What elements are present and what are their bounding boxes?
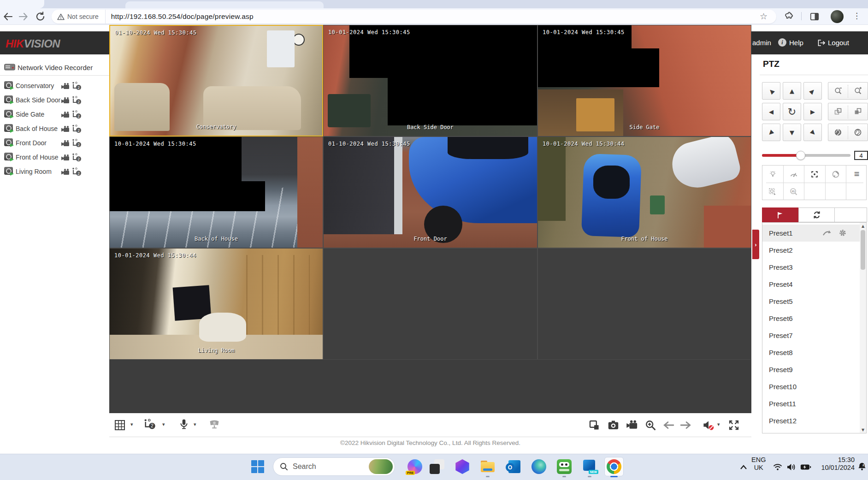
preset-scrollbar[interactable]: ▲ ▼	[860, 223, 866, 433]
preset-name[interactable]: Preset4	[769, 280, 793, 288]
preset-name[interactable]: Preset8	[769, 349, 793, 356]
video-tile-back-side-door[interactable]: 10-01-2024 Wed 15:30:45 Back Side Door	[323, 25, 537, 136]
help-link[interactable]: Help	[789, 39, 803, 47]
stream-type-toolbar-icon[interactable]: 2	[144, 419, 156, 430]
preset-name[interactable]: Preset9	[769, 366, 793, 373]
preset-name[interactable]: Preset7	[769, 332, 793, 339]
sidebar-item-front-of-house[interactable]: Front of House 2	[0, 151, 109, 164]
preset-name[interactable]: Preset10	[769, 383, 797, 391]
live-view-icon[interactable]	[61, 97, 70, 104]
taskbar-search[interactable]: Search	[273, 457, 395, 476]
video-tile-side-gate[interactable]: 10-01-2024 Wed 15:30:45 Side Gate	[537, 25, 751, 136]
mic-caret-icon[interactable]: ▾	[194, 421, 196, 427]
live-view-icon[interactable]	[61, 168, 70, 176]
logout-icon[interactable]	[817, 39, 826, 47]
video-tile-back-of-house[interactable]: 10-01-2024 Wed 15:30:45 Back of House	[109, 136, 323, 248]
camera-name[interactable]: Back Side Door	[16, 96, 60, 104]
previous-page-icon[interactable]	[662, 421, 674, 430]
preset-item[interactable]: Preset7	[762, 327, 860, 344]
focus-near-button[interactable]	[828, 103, 848, 120]
preset-item[interactable]: Preset8	[762, 344, 860, 361]
sidebar-item-back-side-door[interactable]: Back Side Door 2	[0, 94, 109, 107]
outlook-icon[interactable]: O	[506, 459, 520, 474]
iris-open-button[interactable]	[848, 124, 868, 141]
live-view-icon[interactable]	[61, 125, 70, 133]
preset-item[interactable]: Preset4	[762, 276, 860, 293]
wifi-icon[interactable]	[773, 463, 783, 471]
3d-position-button[interactable]	[762, 183, 783, 200]
preset-item[interactable]: Preset12	[762, 412, 860, 429]
extensions-icon[interactable]	[784, 12, 794, 22]
language-indicator[interactable]: ENG UK	[751, 456, 766, 472]
scroll-up-icon[interactable]: ▲	[860, 223, 866, 229]
next-page-icon[interactable]	[680, 421, 692, 430]
ptz-up-button[interactable]: ▲	[783, 82, 801, 100]
set-preset-icon[interactable]	[838, 229, 847, 237]
ptz-speed-slider[interactable]	[762, 154, 850, 157]
stream-type-icon[interactable]: 2	[72, 153, 82, 162]
zoom-in-button[interactable]	[848, 83, 868, 99]
stop-all-icon[interactable]	[589, 420, 600, 431]
audio-muted-icon[interactable]	[703, 420, 714, 431]
video-tile-empty[interactable]	[323, 248, 537, 360]
chrome-icon[interactable]	[607, 459, 621, 474]
sidebar-item-conservatory[interactable]: Conservatory 2	[0, 80, 109, 93]
stream-type-icon[interactable]: 2	[72, 82, 82, 90]
notification-bell-icon[interactable]: z	[857, 462, 867, 471]
side-panel-icon[interactable]	[809, 12, 820, 22]
ptz-down-left-button[interactable]: ▼	[762, 124, 780, 141]
search-placeholder[interactable]: Search	[293, 462, 316, 471]
start-button[interactable]	[251, 460, 264, 473]
tab-patrol[interactable]	[798, 207, 835, 222]
microphone-icon[interactable]	[179, 418, 189, 431]
iris-close-button[interactable]	[828, 124, 848, 141]
live-view-icon[interactable]	[61, 154, 70, 161]
camera-name[interactable]: Living Room	[16, 168, 52, 175]
camera-name[interactable]: Conservatory	[16, 82, 54, 89]
panel-collapse-handle[interactable]: ›	[752, 230, 759, 259]
video-tile-living-room[interactable]: 10-01-2024 Wed 15:30:44 Living Room	[109, 248, 323, 360]
slider-thumb[interactable]	[796, 151, 805, 160]
edge-icon[interactable]	[531, 459, 546, 474]
volume-icon[interactable]	[786, 463, 797, 471]
audio-caret-icon[interactable]: ▾	[717, 421, 720, 427]
scroll-down-icon[interactable]: ▼	[860, 427, 866, 433]
preset-item[interactable]: Preset5	[762, 293, 860, 310]
sidebar-item-back-of-house[interactable]: Back of House 2	[0, 123, 109, 136]
preset-name[interactable]: Preset3	[769, 263, 793, 271]
digital-zoom-icon[interactable]	[645, 420, 656, 431]
focus-far-button[interactable]	[848, 103, 868, 120]
preset-name[interactable]: Preset2	[769, 246, 793, 254]
security-chip[interactable]: Not secure	[52, 10, 106, 24]
browser-menu-icon[interactable]: ⋮	[853, 11, 861, 20]
back-icon[interactable]	[2, 11, 14, 23]
video-tile-empty[interactable]	[537, 248, 751, 360]
ptz-speed-value[interactable]: 4	[854, 151, 868, 160]
preset-item[interactable]: Preset2	[762, 242, 860, 259]
bookmark-star-icon[interactable]: ☆	[760, 11, 768, 21]
preset-item[interactable]: Preset10	[762, 378, 860, 395]
browser-inactive-tab[interactable]	[125, 1, 324, 8]
aux-menu-button[interactable]: ≡	[846, 166, 867, 183]
preset-item[interactable]: Preset9	[762, 361, 860, 378]
preset-name[interactable]: Preset12	[769, 417, 797, 425]
camera-name[interactable]: Back of House	[16, 125, 58, 132]
3d-zoom-button[interactable]: 3D	[783, 183, 804, 200]
video-tile-front-door[interactable]: 01-10-2024 Wed 15:30:45 Front Door	[323, 136, 537, 248]
camera-name[interactable]: Side Gate	[16, 111, 44, 118]
video-tile-front-of-house[interactable]: 10-01-2024 Wed 15:30:44 Front of House	[537, 136, 751, 248]
tab-pattern[interactable]	[835, 207, 867, 222]
preset-name[interactable]: Preset11	[769, 400, 796, 408]
help-icon[interactable]: i	[778, 38, 786, 47]
light-button[interactable]	[762, 166, 783, 183]
sidebar-item-front-door[interactable]: Front Door 2	[0, 137, 109, 150]
logout-link[interactable]: Logout	[828, 39, 849, 47]
grid-layout-caret-icon[interactable]: ▾	[130, 421, 133, 427]
tab-preset[interactable]	[762, 207, 798, 222]
snipping-tool-icon[interactable]	[430, 459, 444, 474]
tray-overflow-chevron-icon[interactable]	[739, 464, 748, 470]
lens-init-button[interactable]	[825, 166, 846, 183]
capture-icon[interactable]	[608, 420, 619, 431]
outlook-new-icon[interactable]: NEW	[582, 459, 597, 474]
url-text[interactable]: http://192.168.50.254/doc/page/preview.a…	[111, 12, 254, 21]
